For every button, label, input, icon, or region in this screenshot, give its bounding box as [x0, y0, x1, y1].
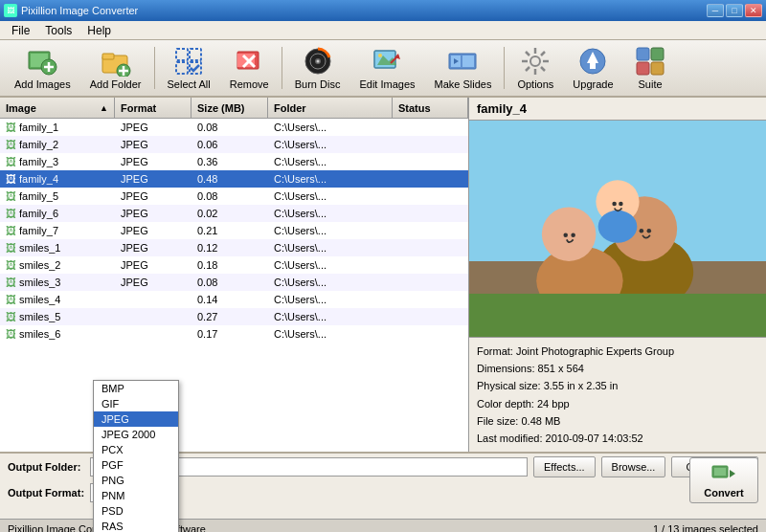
maximize-button[interactable]: □ — [726, 4, 743, 17]
menu-tools[interactable]: Tools — [37, 22, 79, 39]
svg-point-59 — [647, 229, 652, 233]
col-header-folder[interactable]: Folder — [268, 98, 393, 118]
remove-label: Remove — [230, 78, 269, 90]
toolbar-separator-2 — [282, 47, 282, 89]
make-slides-button[interactable]: Make Slides — [426, 43, 501, 93]
minimize-button[interactable]: ─ — [707, 4, 724, 17]
svg-rect-11 — [190, 49, 201, 60]
svg-rect-10 — [176, 49, 188, 60]
table-row-selected[interactable]: 🖼 family_4 JPEG 0.48 C:\Users\... — [0, 170, 468, 188]
make-slides-icon — [447, 46, 478, 77]
menu-help[interactable]: Help — [79, 22, 119, 39]
svg-rect-47 — [651, 62, 664, 75]
preview-image-area — [469, 121, 766, 337]
add-images-label: Add Images — [14, 78, 71, 90]
table-row[interactable]: 🖼 family_7 JPEG 0.21 C:\Users\... — [0, 222, 468, 239]
svg-point-25 — [378, 54, 382, 57]
select-all-button[interactable]: Select All — [159, 43, 219, 93]
convert-icon — [710, 462, 737, 487]
window-title: Pixillion Image Converter — [21, 5, 138, 16]
svg-rect-45 — [651, 48, 664, 60]
svg-rect-6 — [102, 54, 114, 59]
svg-point-60 — [612, 202, 617, 207]
format-option-jpeg[interactable]: JPEG — [94, 411, 178, 427]
format-option-psd[interactable]: PSD — [94, 503, 178, 519]
format-option-jpeg2000[interactable]: JPEG 2000 — [94, 427, 178, 442]
table-row[interactable]: 🖼 family_6 JPEG 0.02 C:\Users\... — [0, 205, 468, 222]
svg-point-57 — [571, 233, 575, 238]
table-row[interactable]: 🖼 smiles_2 JPEG 0.18 C:\Users\... — [0, 256, 468, 274]
remove-icon — [234, 46, 264, 77]
close-button[interactable]: ✕ — [745, 4, 762, 17]
col-header-size[interactable]: Size (MB) — [192, 98, 268, 118]
svg-point-56 — [563, 233, 568, 238]
toolbar: Add Images Add Folder Select All — [0, 40, 766, 98]
options-button[interactable]: Options — [508, 43, 562, 93]
format-option-bmp[interactable]: BMP — [94, 381, 178, 396]
make-slides-label: Make Slides — [435, 78, 492, 90]
preview-panel: family_4 — [469, 98, 766, 452]
add-images-icon — [27, 46, 57, 77]
table-row[interactable]: 🖼 family_3 JPEG 0.36 C:\Users\... — [0, 153, 468, 170]
output-folder-label: Output Folder: — [8, 461, 84, 473]
add-folder-button[interactable]: Add Folder — [81, 43, 150, 93]
suite-label: Suite — [639, 78, 663, 90]
selection-status: 1 / 13 images selected — [653, 523, 758, 533]
svg-rect-64 — [714, 468, 726, 476]
format-option-ras[interactable]: RAS — [94, 519, 178, 532]
preview-info-color: Color depth: 24 bpp — [477, 395, 758, 412]
svg-point-21 — [316, 60, 319, 63]
format-option-pcx[interactable]: PCX — [94, 442, 178, 457]
window-controls[interactable]: ─ □ ✕ — [707, 4, 762, 17]
table-row[interactable]: 🖼 smiles_3 JPEG 0.08 C:\Users\... — [0, 274, 468, 291]
upgrade-button[interactable]: Upgrade — [564, 43, 621, 93]
svg-point-32 — [530, 56, 540, 66]
svg-rect-12 — [176, 62, 188, 74]
convert-button[interactable]: Convert — [689, 457, 758, 503]
burn-disc-button[interactable]: Burn Disc — [286, 43, 349, 93]
remove-button[interactable]: Remove — [221, 43, 278, 93]
table-row[interactable]: 🖼 family_5 JPEG 0.08 C:\Users\... — [0, 188, 468, 205]
format-option-png[interactable]: PNG — [94, 473, 178, 488]
format-option-gif[interactable]: GIF — [94, 396, 178, 411]
table-row[interactable]: 🖼 smiles_6 0.17 C:\Users\... — [0, 325, 468, 343]
preview-info-dimensions: Dimensions: 851 x 564 — [477, 360, 758, 377]
table-row[interactable]: 🖼 smiles_5 0.27 C:\Users\... — [0, 308, 468, 325]
output-format-label: Output Format: — [8, 487, 84, 499]
edit-images-button[interactable]: Edit Images — [350, 43, 423, 93]
svg-line-40 — [526, 67, 529, 71]
svg-rect-62 — [469, 294, 766, 337]
upgrade-label: Upgrade — [573, 78, 613, 90]
svg-point-58 — [640, 229, 644, 233]
edit-images-icon — [372, 46, 402, 77]
col-header-status[interactable]: Status — [393, 98, 468, 118]
file-list-panel: Image ▲ Format Size (MB) Folder Status 🖼… — [0, 98, 469, 452]
burn-disc-label: Burn Disc — [295, 78, 341, 90]
col-header-format[interactable]: Format — [115, 98, 192, 118]
add-images-button[interactable]: Add Images — [6, 43, 79, 93]
format-option-pnm[interactable]: PNM — [94, 488, 178, 503]
title-bar: 🖼 Pixillion Image Converter ─ □ ✕ — [0, 0, 766, 21]
options-label: Options — [517, 78, 553, 90]
svg-line-37 — [526, 52, 529, 55]
svg-point-53 — [542, 207, 597, 261]
preview-info-physical: Physical size: 3.55 in x 2.35 in — [477, 377, 758, 394]
table-row[interactable]: 🖼 smiles_1 JPEG 0.12 C:\Users\... — [0, 239, 468, 256]
table-row[interactable]: 🖼 family_2 JPEG 0.06 C:\Users\... — [0, 136, 468, 153]
preview-info: Format: Joint Photographic Experts Group… — [469, 337, 766, 452]
burn-disc-icon — [303, 46, 333, 77]
col-header-image[interactable]: Image ▲ — [0, 98, 115, 118]
effects-button[interactable]: Effects... — [533, 456, 596, 477]
table-row[interactable]: 🖼 smiles_4 0.14 C:\Users\... — [0, 291, 468, 308]
add-folder-icon — [101, 46, 131, 77]
table-row[interactable]: 🖼 family_1 JPEG 0.08 C:\Users\... — [0, 119, 468, 136]
preview-info-format: Format: Joint Photographic Experts Group — [477, 343, 758, 360]
format-option-pgf[interactable]: PGF — [94, 457, 178, 473]
format-dropdown: BMP GIF JPEG JPEG 2000 PCX PGF PNG PNM P… — [93, 380, 179, 532]
suite-button[interactable]: Suite — [624, 43, 677, 93]
select-all-icon — [173, 46, 204, 77]
svg-point-61 — [619, 202, 623, 207]
select-all-label: Select All — [168, 78, 211, 90]
browse-button[interactable]: Browse... — [601, 456, 666, 477]
menu-file[interactable]: File — [4, 22, 37, 39]
